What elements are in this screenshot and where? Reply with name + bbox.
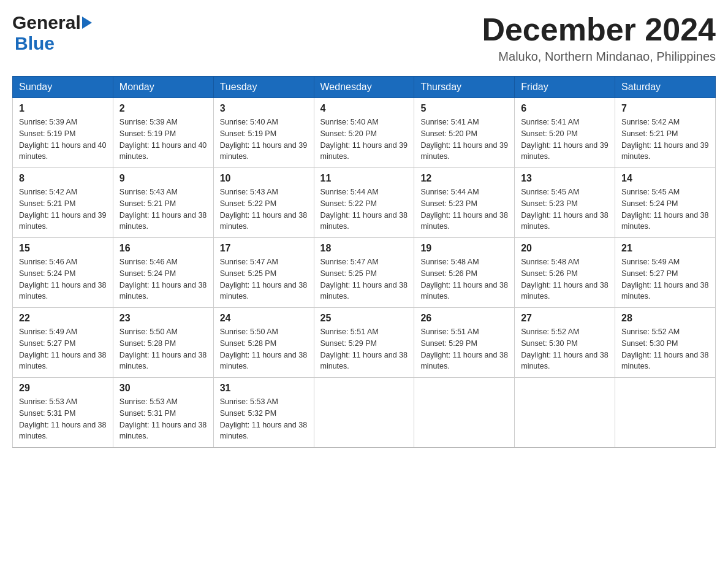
calendar-week-3: 15 Sunrise: 5:46 AM Sunset: 5:24 PM Dayl… [13,238,716,308]
calendar-body: 1 Sunrise: 5:39 AM Sunset: 5:19 PM Dayli… [13,98,716,448]
day-info: Sunrise: 5:42 AM Sunset: 5:21 PM Dayligh… [19,188,106,231]
page-header: General Blue December 2024 Maluko, North… [12,12,716,64]
calendar-cell: 8 Sunrise: 5:42 AM Sunset: 5:21 PM Dayli… [13,168,113,238]
day-number: 11 [320,173,408,184]
calendar-cell: 31 Sunrise: 5:53 AM Sunset: 5:32 PM Dayl… [213,378,314,448]
day-info: Sunrise: 5:53 AM Sunset: 5:31 PM Dayligh… [19,397,106,440]
logo: General Blue [12,12,93,54]
day-info: Sunrise: 5:46 AM Sunset: 5:24 PM Dayligh… [19,258,106,301]
day-info: Sunrise: 5:41 AM Sunset: 5:20 PM Dayligh… [420,118,507,161]
day-of-week-saturday: Saturday [615,77,716,98]
logo-general-text: General [12,12,81,33]
day-info: Sunrise: 5:42 AM Sunset: 5:21 PM Dayligh… [621,118,708,161]
day-info: Sunrise: 5:45 AM Sunset: 5:23 PM Dayligh… [521,188,608,231]
day-number: 5 [420,103,508,114]
day-info: Sunrise: 5:48 AM Sunset: 5:26 PM Dayligh… [521,258,608,301]
calendar-cell: 23 Sunrise: 5:50 AM Sunset: 5:28 PM Dayl… [113,308,213,378]
calendar-cell: 20 Sunrise: 5:48 AM Sunset: 5:26 PM Dayl… [515,238,615,308]
day-info: Sunrise: 5:46 AM Sunset: 5:24 PM Dayligh… [119,258,207,301]
calendar-cell: 6 Sunrise: 5:41 AM Sunset: 5:20 PM Dayli… [515,98,615,168]
day-number: 29 [19,383,107,394]
day-info: Sunrise: 5:53 AM Sunset: 5:32 PM Dayligh… [220,397,307,440]
day-of-week-tuesday: Tuesday [213,77,314,98]
day-of-week-thursday: Thursday [414,77,515,98]
day-number: 12 [420,173,508,184]
calendar-cell [615,378,716,448]
day-number: 19 [420,243,508,254]
day-number: 9 [119,173,207,184]
calendar-cell: 15 Sunrise: 5:46 AM Sunset: 5:24 PM Dayl… [13,238,113,308]
day-number: 1 [19,103,107,114]
day-number: 8 [19,173,107,184]
day-number: 16 [119,243,207,254]
days-of-week-row: SundayMondayTuesdayWednesdayThursdayFrid… [13,77,716,98]
day-of-week-sunday: Sunday [13,77,113,98]
title-block: December 2024 Maluko, Northern Mindanao,… [482,12,716,64]
calendar-cell [515,378,615,448]
calendar-cell: 30 Sunrise: 5:53 AM Sunset: 5:31 PM Dayl… [113,378,213,448]
day-number: 31 [220,383,308,394]
calendar-cell: 10 Sunrise: 5:43 AM Sunset: 5:22 PM Dayl… [213,168,314,238]
day-info: Sunrise: 5:50 AM Sunset: 5:28 PM Dayligh… [119,327,207,370]
day-number: 15 [19,243,107,254]
calendar-cell: 1 Sunrise: 5:39 AM Sunset: 5:19 PM Dayli… [13,98,113,168]
calendar-cell: 24 Sunrise: 5:50 AM Sunset: 5:28 PM Dayl… [213,308,314,378]
day-number: 7 [621,103,709,114]
calendar-subtitle: Maluko, Northern Mindanao, Philippines [482,50,716,64]
logo-blue-text: Blue [15,33,55,53]
day-info: Sunrise: 5:52 AM Sunset: 5:30 PM Dayligh… [521,327,608,370]
calendar-cell: 16 Sunrise: 5:46 AM Sunset: 5:24 PM Dayl… [113,238,213,308]
calendar-cell: 26 Sunrise: 5:51 AM Sunset: 5:29 PM Dayl… [414,308,515,378]
day-number: 25 [320,313,408,324]
day-number: 22 [19,313,107,324]
day-number: 24 [220,313,308,324]
day-info: Sunrise: 5:43 AM Sunset: 5:21 PM Dayligh… [119,188,207,231]
day-info: Sunrise: 5:51 AM Sunset: 5:29 PM Dayligh… [420,327,507,370]
calendar-cell: 29 Sunrise: 5:53 AM Sunset: 5:31 PM Dayl… [13,378,113,448]
day-info: Sunrise: 5:51 AM Sunset: 5:29 PM Dayligh… [320,327,408,370]
calendar-cell: 2 Sunrise: 5:39 AM Sunset: 5:19 PM Dayli… [113,98,213,168]
calendar-table: SundayMondayTuesdayWednesdayThursdayFrid… [12,76,716,448]
day-info: Sunrise: 5:49 AM Sunset: 5:27 PM Dayligh… [19,327,106,370]
day-number: 26 [420,313,508,324]
day-number: 21 [621,243,709,254]
calendar-week-1: 1 Sunrise: 5:39 AM Sunset: 5:19 PM Dayli… [13,98,716,168]
day-number: 4 [320,103,408,114]
calendar-cell: 11 Sunrise: 5:44 AM Sunset: 5:22 PM Dayl… [314,168,414,238]
day-info: Sunrise: 5:52 AM Sunset: 5:30 PM Dayligh… [621,327,708,370]
day-number: 30 [119,383,207,394]
calendar-cell: 22 Sunrise: 5:49 AM Sunset: 5:27 PM Dayl… [13,308,113,378]
calendar-cell: 14 Sunrise: 5:45 AM Sunset: 5:24 PM Dayl… [615,168,716,238]
day-info: Sunrise: 5:43 AM Sunset: 5:22 PM Dayligh… [220,188,307,231]
calendar-cell: 25 Sunrise: 5:51 AM Sunset: 5:29 PM Dayl… [314,308,414,378]
day-number: 18 [320,243,408,254]
day-number: 17 [220,243,308,254]
day-info: Sunrise: 5:53 AM Sunset: 5:31 PM Dayligh… [119,397,207,440]
calendar-cell: 5 Sunrise: 5:41 AM Sunset: 5:20 PM Dayli… [414,98,515,168]
calendar-cell: 18 Sunrise: 5:47 AM Sunset: 5:25 PM Dayl… [314,238,414,308]
day-info: Sunrise: 5:50 AM Sunset: 5:28 PM Dayligh… [220,327,307,370]
day-info: Sunrise: 5:39 AM Sunset: 5:19 PM Dayligh… [119,118,207,161]
calendar-week-5: 29 Sunrise: 5:53 AM Sunset: 5:31 PM Dayl… [13,378,716,448]
day-of-week-wednesday: Wednesday [314,77,414,98]
calendar-week-4: 22 Sunrise: 5:49 AM Sunset: 5:27 PM Dayl… [13,308,716,378]
day-number: 23 [119,313,207,324]
day-info: Sunrise: 5:49 AM Sunset: 5:27 PM Dayligh… [621,258,708,301]
day-number: 28 [621,313,709,324]
calendar-cell [314,378,414,448]
day-info: Sunrise: 5:48 AM Sunset: 5:26 PM Dayligh… [420,258,507,301]
day-info: Sunrise: 5:44 AM Sunset: 5:22 PM Dayligh… [320,188,408,231]
calendar-cell: 4 Sunrise: 5:40 AM Sunset: 5:20 PM Dayli… [314,98,414,168]
day-info: Sunrise: 5:40 AM Sunset: 5:19 PM Dayligh… [220,118,307,161]
calendar-cell: 17 Sunrise: 5:47 AM Sunset: 5:25 PM Dayl… [213,238,314,308]
day-info: Sunrise: 5:39 AM Sunset: 5:19 PM Dayligh… [19,118,106,161]
calendar-cell [414,378,515,448]
calendar-title: December 2024 [482,12,716,47]
day-info: Sunrise: 5:45 AM Sunset: 5:24 PM Dayligh… [621,188,708,231]
day-info: Sunrise: 5:47 AM Sunset: 5:25 PM Dayligh… [220,258,307,301]
day-of-week-monday: Monday [113,77,213,98]
calendar-cell: 9 Sunrise: 5:43 AM Sunset: 5:21 PM Dayli… [113,168,213,238]
day-number: 27 [521,313,609,324]
day-number: 10 [220,173,308,184]
calendar-cell: 21 Sunrise: 5:49 AM Sunset: 5:27 PM Dayl… [615,238,716,308]
